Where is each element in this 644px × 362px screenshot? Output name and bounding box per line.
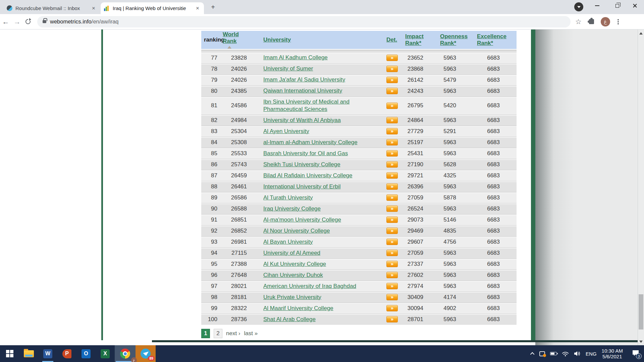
det-button[interactable]: » [386, 172, 398, 179]
det-button[interactable]: » [386, 194, 398, 201]
page-left-border [101, 29, 103, 340]
university-link[interactable]: Al Noor University College [263, 228, 330, 234]
university-link[interactable]: Al Bayan University [263, 239, 313, 245]
det-button[interactable]: » [386, 139, 398, 145]
university-link[interactable]: American University of Iraq Baghdad [263, 283, 356, 289]
det-button[interactable]: » [386, 117, 398, 123]
det-button[interactable]: » [386, 150, 398, 157]
excel-button[interactable]: X [96, 345, 115, 362]
extensions-icon[interactable] [589, 19, 594, 24]
university-link[interactable]: Iraq University College [263, 205, 321, 212]
university-link[interactable]: Al Turath University [263, 194, 313, 201]
university-link[interactable]: University of Sumer [263, 65, 313, 72]
university-link[interactable]: Ibn Sina University of Medical and Pharm… [263, 99, 350, 112]
det-button[interactable]: » [386, 316, 398, 322]
telegram-button[interactable]: 89 [136, 345, 156, 362]
header-excellence-rank[interactable]: Excellence Rank* [468, 33, 517, 46]
det-button[interactable]: » [386, 272, 398, 278]
det-button[interactable]: » [386, 161, 398, 168]
det-button[interactable]: » [386, 261, 398, 267]
file-explorer-button[interactable] [19, 345, 38, 362]
det-button[interactable]: » [386, 103, 398, 109]
clock-date: 5/6/2021 [602, 354, 623, 359]
university-link[interactable]: Al Maarif University College [263, 305, 333, 311]
header-det[interactable]: Det. [379, 37, 403, 43]
scrollbar-thumb[interactable] [639, 294, 643, 329]
browser-menu-icon[interactable] [618, 21, 619, 22]
scroll-down-arrow[interactable] [638, 339, 644, 345]
bookmark-star-icon[interactable]: ☆ [575, 18, 582, 26]
det-button[interactable]: » [386, 183, 398, 190]
reload-button[interactable] [25, 19, 31, 24]
action-center-button[interactable]: 3 [632, 350, 639, 358]
det-button[interactable]: » [386, 228, 398, 234]
taskbar-clock[interactable]: 10:30 AM 5/6/2021 [602, 348, 623, 359]
profile-avatar[interactable]: غ [601, 17, 610, 26]
det-button[interactable]: » [386, 77, 398, 83]
university-link[interactable]: University of Al Ameed [263, 250, 320, 256]
tab-close-icon[interactable]: × [195, 5, 201, 11]
impact-cell: 25197 [403, 139, 434, 146]
page-2-button[interactable]: 2 [214, 329, 222, 338]
university-link[interactable]: Qaiwan International University [263, 87, 342, 94]
start-button[interactable] [0, 345, 19, 362]
tab-roundcube[interactable]: Roundcube Webmail :: Inbox × [3, 2, 100, 14]
outlook-button[interactable]: O [76, 345, 96, 362]
university-link[interactable]: University of Warith Al Anbiyaa [263, 117, 341, 123]
det-button[interactable]: » [386, 250, 398, 256]
university-link[interactable]: Bilad Al Rafidain University College [263, 172, 353, 179]
university-link[interactable]: Cihan University Duhok [263, 272, 323, 278]
university-link[interactable]: Uruk Private University [263, 294, 321, 300]
tab-close-icon[interactable]: × [91, 5, 97, 11]
university-link[interactable]: Imam Al Kadhum College [263, 54, 328, 61]
window-restore-button[interactable] [609, 0, 626, 11]
scroll-up-arrow[interactable] [638, 30, 644, 36]
wifi-button[interactable] [562, 351, 569, 357]
teams-tray-button[interactable] [539, 351, 545, 356]
table-row: 95 27388 Al Kut University College » 273… [201, 258, 517, 269]
window-close-button[interactable] [627, 0, 643, 11]
volume-button[interactable] [574, 351, 581, 357]
new-tab-button[interactable]: + [209, 3, 217, 12]
university-link[interactable]: Sheikh Tusi University College [263, 161, 340, 168]
university-link[interactable]: Al Kut University College [263, 261, 326, 267]
powerpoint-button[interactable]: P [57, 345, 76, 362]
header-world-rank[interactable]: World Rank [222, 31, 252, 48]
det-button[interactable]: » [386, 128, 398, 134]
battery-button[interactable] [550, 352, 557, 355]
university-link[interactable]: al-Imam al-Adham University College [263, 139, 358, 145]
language-indicator[interactable]: ENG [586, 351, 597, 357]
university-link[interactable]: International University of Erbil [263, 183, 341, 190]
media-control-button[interactable] [574, 2, 583, 11]
det-button[interactable]: » [386, 88, 398, 94]
det-button[interactable]: » [386, 283, 398, 289]
det-button[interactable]: » [386, 294, 398, 300]
excellence-cell: 6683 [468, 102, 517, 109]
header-impact-rank[interactable]: Impact Rank* [403, 33, 434, 46]
header-university[interactable]: University [252, 37, 379, 43]
window-minimize-button[interactable] [589, 0, 605, 11]
university-link[interactable]: Shat Al Arab College [263, 316, 316, 322]
university-link[interactable]: Imam Ja'afar Al Sadiq University [263, 76, 345, 83]
det-button[interactable]: » [386, 305, 398, 311]
impact-cell: 29073 [403, 217, 434, 223]
header-openness-rank[interactable]: Openness Rank* [434, 33, 468, 46]
next-page-link[interactable]: next › [226, 330, 240, 337]
forward-button[interactable]: → [11, 18, 23, 26]
university-link[interactable]: Al Ayen University [263, 128, 309, 134]
tab-webometrics[interactable]: Iraq | Ranking Web of Universitie × [101, 2, 204, 14]
last-page-link[interactable]: last » [244, 330, 258, 337]
det-button[interactable]: » [386, 55, 398, 61]
chrome-button-active[interactable]: غ [115, 345, 136, 362]
address-bar[interactable]: webometrics.info/en/aw/iraq [37, 16, 571, 27]
det-button[interactable]: » [386, 66, 398, 72]
vertical-scrollbar[interactable] [638, 29, 644, 345]
university-link[interactable]: Basrah University for Oil and Gas [263, 150, 348, 157]
det-button[interactable]: » [386, 205, 398, 212]
tray-expand-button[interactable] [531, 352, 534, 355]
university-link[interactable]: Al-ma'moon University College [263, 217, 341, 223]
det-button[interactable]: » [386, 217, 398, 223]
det-button[interactable]: » [386, 239, 398, 245]
back-button[interactable]: ← [0, 18, 11, 26]
word-button[interactable]: W [38, 345, 57, 362]
